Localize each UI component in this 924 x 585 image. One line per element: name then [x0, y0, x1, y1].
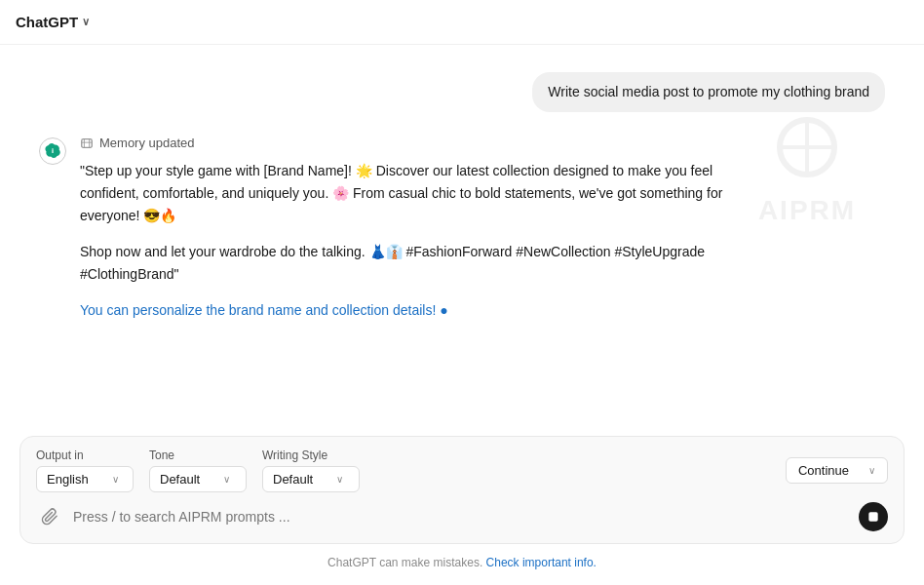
continue-chevron-icon: ∨ — [868, 465, 875, 476]
app-title[interactable]: ChatGPT ∨ — [16, 14, 90, 30]
continue-label: Continue — [798, 463, 849, 478]
output-value: English — [47, 472, 89, 487]
assistant-paragraph-3: You can personalize the brand name and c… — [80, 299, 743, 322]
output-label: Output in — [36, 448, 134, 462]
memory-icon — [80, 136, 94, 150]
chatgpt-logo-icon — [45, 143, 60, 159]
tone-label: Tone — [149, 448, 247, 462]
assistant-paragraph-2: Shop now and let your wardrobe do the ta… — [80, 241, 743, 286]
controls-top: Output in English ∨ Tone Default ∨ Writi… — [36, 448, 888, 492]
memory-badge-text: Memory updated — [99, 136, 195, 150]
user-bubble: Write social media post to promote my cl… — [532, 72, 885, 112]
tone-value: Default — [160, 472, 200, 487]
assistant-content: Memory updated "Step up your style game … — [80, 136, 743, 323]
footer-link[interactable]: Check important info. — [486, 556, 597, 569]
controls-top-right: Continue ∨ — [786, 457, 888, 484]
search-input[interactable] — [73, 509, 849, 525]
output-select[interactable]: English ∨ — [36, 466, 134, 492]
user-message-text: Write social media post to promote my cl… — [548, 84, 869, 99]
svg-rect-7 — [868, 512, 877, 521]
controls-row: Output in English ∨ Tone Default ∨ Writi… — [19, 436, 905, 544]
footer-note: ChatGPT can make mistakes. Check importa… — [19, 552, 905, 569]
footer-text: ChatGPT can make mistakes. — [327, 556, 486, 569]
tone-chevron-icon: ∨ — [223, 474, 230, 485]
continue-button[interactable]: Continue ∨ — [786, 457, 888, 484]
attach-button[interactable] — [36, 503, 63, 530]
output-chevron-icon: ∨ — [112, 474, 119, 485]
assistant-message-text: "Step up your style game with [Brand Nam… — [80, 160, 743, 323]
input-row — [36, 502, 888, 531]
app-title-text: ChatGPT — [16, 14, 78, 30]
writing-style-select[interactable]: Default ∨ — [262, 466, 360, 492]
header: ChatGPT ∨ — [0, 0, 924, 45]
writing-style-chevron-icon: ∨ — [336, 474, 343, 485]
assistant-message-wrapper: Memory updated "Step up your style game … — [0, 128, 924, 331]
send-button[interactable] — [859, 502, 888, 531]
bottom-area: Output in English ∨ Tone Default ∨ Writi… — [0, 426, 924, 585]
chat-area: AIPRM Write social media post to promote… — [0, 45, 924, 452]
send-icon — [866, 510, 880, 524]
tone-control-group: Tone Default ∨ — [149, 448, 247, 492]
attach-icon — [41, 508, 58, 526]
assistant-paragraph-1: "Step up your style game with [Brand Nam… — [80, 160, 743, 227]
title-chevron-icon: ∨ — [82, 16, 90, 28]
user-message-wrapper: Write social media post to promote my cl… — [0, 64, 924, 120]
assistant-avatar — [39, 137, 66, 165]
writing-style-value: Default — [273, 472, 313, 487]
output-control-group: Output in English ∨ — [36, 448, 134, 492]
writing-style-control-group: Writing Style Default ∨ — [262, 448, 360, 492]
svg-rect-3 — [82, 138, 93, 147]
tone-select[interactable]: Default ∨ — [149, 466, 247, 492]
memory-badge: Memory updated — [80, 136, 743, 150]
writing-style-label: Writing Style — [262, 448, 360, 462]
